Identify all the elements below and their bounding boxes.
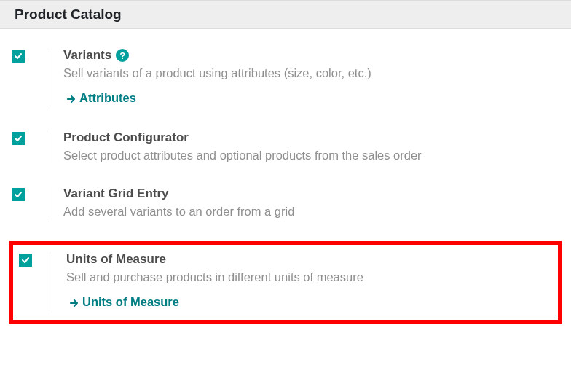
setting-title: Variants (63, 48, 111, 63)
checkbox-wrap (12, 187, 31, 201)
setting-content: Variant Grid Entry Add several variants … (63, 187, 559, 219)
check-icon (21, 256, 30, 264)
title-line: Variant Grid Entry (63, 187, 559, 201)
setting-row-variants: Variants ? Sell variants of a product us… (12, 48, 559, 107)
settings-body: Variants ? Sell variants of a product us… (0, 29, 571, 336)
link-label: Units of Measure (82, 295, 179, 309)
checkbox-configurator[interactable] (12, 132, 25, 145)
setting-content: Variants ? Sell variants of a product us… (63, 48, 559, 107)
link-label: Attributes (79, 91, 136, 105)
divider (47, 187, 47, 219)
checkbox-wrap (19, 252, 38, 267)
section-title: Product Catalog (15, 7, 556, 23)
check-icon (14, 134, 23, 143)
arrow-right-icon (66, 93, 76, 103)
setting-title: Variant Grid Entry (63, 187, 169, 201)
checkbox-variants[interactable] (12, 50, 25, 63)
title-line: Variants ? (63, 48, 559, 63)
setting-desc: Add several variants to an order from a … (63, 204, 559, 219)
setting-title: Product Configurator (63, 130, 189, 145)
checkbox-grid[interactable] (12, 188, 25, 201)
link-row: Units of Measure (66, 295, 552, 311)
setting-row-configurator: Product Configurator Select product attr… (12, 130, 559, 163)
section-header: Product Catalog (0, 0, 571, 29)
setting-desc: Select product attributes and optional p… (63, 148, 559, 163)
attributes-link[interactable]: Attributes (63, 91, 136, 105)
link-row: Attributes (63, 91, 559, 107)
setting-row-grid: Variant Grid Entry Add several variants … (12, 187, 559, 219)
help-icon[interactable]: ? (116, 49, 129, 62)
checkbox-wrap (12, 130, 31, 145)
divider (47, 48, 47, 107)
settings-page: Product Catalog Variants ? Sell variants… (0, 0, 571, 392)
check-icon (14, 190, 23, 199)
setting-desc: Sell and purchase products in different … (66, 270, 552, 285)
divider (50, 252, 50, 311)
setting-title: Units of Measure (66, 252, 166, 267)
setting-content: Units of Measure Sell and purchase produ… (66, 252, 552, 311)
arrow-right-icon (69, 297, 79, 307)
title-line: Units of Measure (66, 252, 552, 267)
setting-row-uom: Units of Measure Sell and purchase produ… (12, 243, 559, 321)
uom-link[interactable]: Units of Measure (66, 295, 179, 309)
checkbox-wrap (12, 48, 31, 63)
title-line: Product Configurator (63, 130, 559, 145)
setting-content: Product Configurator Select product attr… (63, 130, 559, 163)
check-icon (14, 52, 23, 60)
checkbox-uom[interactable] (19, 254, 32, 267)
setting-desc: Sell variants of a product using attribu… (63, 66, 559, 81)
divider (47, 130, 47, 163)
